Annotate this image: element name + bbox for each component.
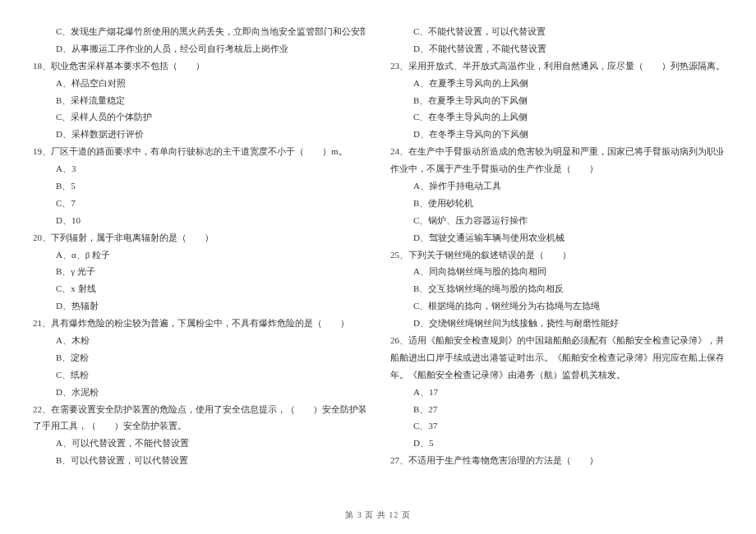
q27-stem: 27、不适用于生产性毒物危害治理的方法是（ ） — [390, 452, 723, 469]
q25-option-c: C、根据绳的捻向，钢丝绳分为右捻绳与左捻绳 — [390, 297, 723, 315]
q23-stem: 23、采用开放式、半开放式高温作业，利用自然通风，应尽量（ ）列热源隔离。 — [390, 58, 723, 75]
q22-option-b: B、可以代替设置，可以代替设置 — [33, 452, 366, 469]
q26-option-c: C、37 — [390, 417, 723, 435]
q26-option-a: A、17 — [390, 384, 723, 401]
q25-option-b: B、交互捻钢丝绳的绳与股的捻向相反 — [390, 280, 723, 297]
q21-option-a: A、木粉 — [33, 332, 366, 349]
right-column: C、不能代替设置，可以代替设置 D、不能代替设置，不能代替设置 23、采用开放式… — [390, 23, 723, 469]
q23-option-c: C、在冬季主导风向的上风侧 — [390, 108, 723, 126]
q18-stem: 18、职业危害采样基本要求不包括（ ） — [33, 58, 366, 75]
q25-stem: 25、下列关于钢丝绳的叙述错误的是（ ） — [390, 246, 723, 264]
q18-option-b: B、采样流量稳定 — [33, 92, 366, 109]
q25-option-d: D、交绕钢丝绳钢丝间为线接触，挠性与耐磨性能好 — [390, 315, 723, 332]
q20-option-b: B、γ 光子 — [33, 263, 366, 280]
q26-stem-3: 年。《船舶安全检查记录簿》由港务（航）监督机关核发。 — [390, 366, 723, 384]
q26-stem-2: 船舶进出口岸手续或进出港签证时出示。《船舶安全检查记录簿》用完应在船上保存（ ） — [390, 349, 723, 366]
q22-option-a: A、可以代替设置，不能代替设置 — [33, 435, 366, 452]
q25-option-a: A、同向捻钢丝绳与股的捻向相同 — [390, 263, 723, 280]
q24-stem-2: 作业中，不属于产生手臂振动的生产作业是（ ） — [390, 160, 723, 177]
q20-option-d: D、热辐射 — [33, 297, 366, 315]
page-footer: 第 3 页 共 12 页 — [0, 507, 756, 522]
q20-stem: 20、下列辐射，属于非电离辐射的是（ ） — [33, 229, 366, 246]
q24-option-a: A、操作手持电动工具 — [390, 177, 723, 195]
q24-option-d: D、驾驶交通运输车辆与使用农业机械 — [390, 229, 723, 246]
q19-option-d: D、10 — [33, 212, 366, 229]
q26-stem-1: 26、适用《船舶安全检查规则》的中国籍船舶必须配有《船舶安全检查记录簿》，并应在… — [390, 332, 723, 349]
q17-option-d: D、从事搬运工序作业的人员，经公司自行考核后上岗作业 — [33, 40, 366, 58]
q18-option-d: D、采样数据进行评价 — [33, 126, 366, 143]
q19-option-c: C、7 — [33, 195, 366, 212]
q26-option-b: B、27 — [390, 401, 723, 418]
q21-stem: 21、具有爆炸危险的粉尘较为普遍，下属粉尘中，不具有爆炸危险的是（ ） — [33, 315, 366, 332]
left-column: C、发现生产烟花爆竹所使用的黑火药丢失，立即向当地安全监管部门和公安部门报告 D… — [33, 23, 366, 469]
q18-option-a: A、样品空白对照 — [33, 75, 366, 92]
q22-option-d: D、不能代替设置，不能代替设置 — [390, 40, 723, 58]
q20-option-a: A、α、β 粒子 — [33, 246, 366, 264]
q22-stem-1: 22、在需要设置安全防护装置的危险点，使用了安全信息提示，（ ）安全防护装置；配… — [33, 401, 366, 418]
q23-option-b: B、在夏季主导风向的下风侧 — [390, 92, 723, 109]
page-two-column: C、发现生产烟花爆竹所使用的黑火药丢失，立即向当地安全监管部门和公安部门报告 D… — [0, 0, 756, 469]
q22-option-c: C、不能代替设置，可以代替设置 — [390, 23, 723, 40]
q24-option-b: B、使用砂轮机 — [390, 195, 723, 212]
q19-stem: 19、厂区干道的路面要求中，有单向行驶标志的主干道宽度不小于（ ）m。 — [33, 143, 366, 160]
q21-option-d: D、水泥粉 — [33, 384, 366, 401]
q21-option-b: B、淀粉 — [33, 349, 366, 366]
q23-option-d: D、在冬季主导风向的下风侧 — [390, 126, 723, 143]
q17-option-c: C、发现生产烟花爆竹所使用的黑火药丢失，立即向当地安全监管部门和公安部门报告 — [33, 23, 366, 40]
q18-option-c: C、采样人员的个体防护 — [33, 108, 366, 126]
q22-stem-2: 了手用工具，（ ）安全防护装置。 — [33, 417, 366, 435]
q19-option-a: A、3 — [33, 160, 366, 177]
q19-option-b: B、5 — [33, 177, 366, 195]
q26-option-d: D、5 — [390, 435, 723, 452]
q24-option-c: C、锅炉、压力容器运行操作 — [390, 212, 723, 229]
q20-option-c: C、x 射线 — [33, 280, 366, 297]
q21-option-c: C、纸粉 — [33, 366, 366, 384]
q23-option-a: A、在夏季主导风向的上风侧 — [390, 75, 723, 92]
q24-stem-1: 24、在生产中手臂振动所造成的危害较为明显和严重，国家已将手臂振动病列为职业病。… — [390, 143, 723, 160]
